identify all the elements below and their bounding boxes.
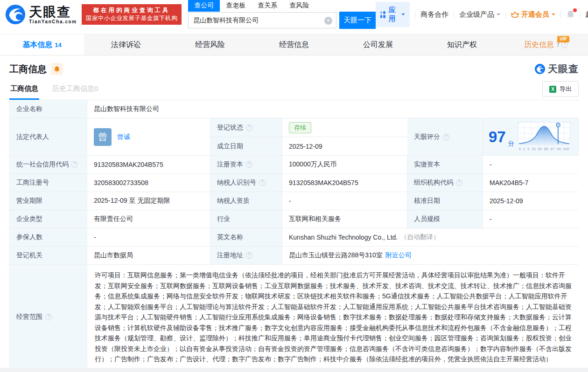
tab-operation-risk[interactable]: 经营风险 <box>168 34 252 55</box>
enterprise-products-menu[interactable]: 企业级产品 <box>459 10 500 19</box>
section-title: 工商信息 <box>9 63 47 76</box>
watermark-logo: 天眼查 <box>534 62 579 76</box>
field-label: 登记状态 ? <box>210 118 282 137</box>
top-right-menu: 应用 商务合作 企业级产品 开通会员 <box>376 2 588 27</box>
reg-status-cell: 存续 <box>282 118 407 137</box>
staff-size-value: - <box>483 210 579 228</box>
field-label: 营业期限 <box>10 192 87 210</box>
help-icon[interactable]: ? <box>71 161 78 168</box>
credit-code-value: 91320583MAK204B575 <box>87 156 210 173</box>
divider <box>560 11 561 19</box>
tianyancha-logo-icon <box>5 4 26 25</box>
divider <box>454 11 454 19</box>
nearby-companies-link[interactable]: 附近公司 <box>385 251 412 260</box>
avatar[interactable]: 曾 <box>94 128 112 146</box>
score-chart-axis: 0131550859799100 <box>519 147 569 151</box>
open-vip-menu[interactable]: 开通会员 <box>511 10 555 19</box>
search-input[interactable] <box>189 13 336 28</box>
company-name-value: 昆山数智科技有限公司 <box>87 100 579 118</box>
help-icon[interactable]: ? <box>259 179 266 186</box>
tab-legal-litigation[interactable]: 法律诉讼 <box>84 34 168 55</box>
brand-name: 天眼查 <box>29 5 77 19</box>
help-icon[interactable]: ? <box>246 252 252 259</box>
tianyancha-logo[interactable]: 天眼查 TianYanCha.com <box>5 4 77 25</box>
export-button[interactable]: X 导出 <box>542 81 579 97</box>
field-label: 核准日期 <box>407 192 483 210</box>
tab-intellectual-property[interactable]: 知识产权 <box>420 34 504 55</box>
chevron-down-icon <box>552 14 555 17</box>
super-risk-menu[interactable]: 超级风... <box>585 10 588 19</box>
tab-company-development[interactable]: 公司发展 <box>336 34 420 55</box>
field-label: 行业 <box>210 210 282 228</box>
insured-count-value: - <box>87 228 210 246</box>
notifications-bell[interactable] <box>566 10 575 19</box>
search-block: 查公司 查老板 查关系 查风险 × 天眼一下 <box>188 0 376 29</box>
tab-operation-info[interactable]: 经营信息 <box>252 34 336 55</box>
approval-date-value: 2025-12-09 <box>483 192 579 210</box>
table-row: 企业类型 有限责任公司 行业 互联网和相关服务 人员规模 - <box>10 210 578 228</box>
establish-date-value: 2025-12-09 <box>282 137 407 155</box>
monitor-bell-button[interactable] <box>51 63 63 75</box>
score-distribution-chart: 0131550859799100 <box>518 122 570 152</box>
org-code-value: MAK204B5-7 <box>483 174 579 192</box>
tab-basic-info[interactable]: 基本信息 14 <box>0 34 84 55</box>
chevron-down-icon <box>497 14 500 17</box>
score-unit: 分 <box>508 139 514 148</box>
field-label: 天眼评分 ? <box>407 118 483 155</box>
tab-count: 14 <box>55 41 61 48</box>
paid-capital-value: - <box>483 156 579 173</box>
search-tab-relation[interactable]: 查关系 <box>252 0 283 12</box>
table-row: 统一社会信用代码 ? 91320583MAK204B575 注册资本 ? 100… <box>10 156 578 174</box>
table-row: 工商注册号 320583002733508 纳税人识别号 ? 91320583M… <box>10 174 578 192</box>
field-label: 纳税人识别号 ? <box>210 174 282 192</box>
tianyan-score-cell[interactable]: 97 分 <box>483 118 579 155</box>
legal-rep-link[interactable]: 曾诚 <box>117 133 130 141</box>
search-tab-risk[interactable]: 查风险 <box>283 0 315 12</box>
chevron-down-icon <box>401 14 405 17</box>
auto-translate-note: （自动翻译） <box>400 233 440 241</box>
english-name-cell: Kunshan Shuzhi Technology Co., Ltd. （自动翻… <box>282 228 579 246</box>
slogan-badge: 都在用的商业查询工具 国家中小企业发展子基金旗下机构 <box>82 4 182 25</box>
field-label: 经营范围 ? <box>10 265 87 370</box>
help-icon[interactable]: ? <box>45 314 52 320</box>
search-button[interactable]: 天眼一下 <box>339 12 376 29</box>
subtab-business-info[interactable]: 工商信息 <box>9 84 39 100</box>
field-label: 统一社会信用代码 ? <box>10 156 87 173</box>
help-icon[interactable]: ? <box>246 161 252 168</box>
divider <box>505 11 506 19</box>
top-bar: 天眼查 TianYanCha.com 都在用的商业查询工具 国家中小企业发展子基… <box>0 0 588 29</box>
help-icon[interactable]: ? <box>456 179 462 186</box>
apps-menu[interactable]: 应用 <box>376 2 410 27</box>
reg-number-value: 320583002733508 <box>87 174 210 192</box>
apps-grid-icon <box>380 11 385 18</box>
subtab-history-business-info[interactable]: 历史工商信息0 <box>51 84 99 100</box>
divider <box>580 11 581 19</box>
tab-history-info[interactable]: VIP 历史信息 7 ? <box>504 34 588 55</box>
field-label: 成立日期 <box>210 137 282 155</box>
company-type-value: 有限责任公司 <box>87 210 210 228</box>
field-label: 组织机构代码 ? <box>407 174 483 192</box>
field-label: 参保人数 <box>10 228 87 246</box>
search-tab-company[interactable]: 查公司 <box>188 0 220 12</box>
field-label: 企业类型 <box>10 210 87 228</box>
search-tab-boss[interactable]: 查老板 <box>220 0 252 12</box>
score-value: 97 <box>489 129 506 145</box>
business-cooperation-link[interactable]: 商务合作 <box>420 10 448 19</box>
help-icon[interactable]: ? <box>246 124 252 131</box>
brand-domain: TianYanCha.com <box>29 19 77 24</box>
table-row: 营业期限 2025-12-09 至 无固定期限 纳税人资质 - 核准日期 202… <box>10 192 578 210</box>
help-icon[interactable]: ? <box>443 134 449 140</box>
reg-address-cell: 昆山市玉山镇登云路288号310室 附近公司 <box>282 247 579 264</box>
search-tabs: 查公司 查老板 查关系 查风险 <box>188 0 376 12</box>
industry-value: 互联网和相关服务 <box>282 210 407 228</box>
help-icon[interactable]: ? <box>561 41 568 48</box>
field-label: 注册地址 ? <box>210 247 282 264</box>
field-label: 登记机关 <box>10 247 87 264</box>
field-label: 人员规模 <box>407 210 483 228</box>
table-row: 登记机关 昆山市数据局 注册地址 ? 昆山市玉山镇登云路288号310室 附近公… <box>10 247 578 265</box>
taxpayer-quality-value: - <box>282 192 407 210</box>
legal-rep-cell: 曾 曾诚 <box>87 118 210 155</box>
vip-badge: VIP <box>557 36 569 42</box>
field-label: 注册资本 ? <box>210 156 282 173</box>
field-label: 工商注册号 <box>10 174 87 192</box>
